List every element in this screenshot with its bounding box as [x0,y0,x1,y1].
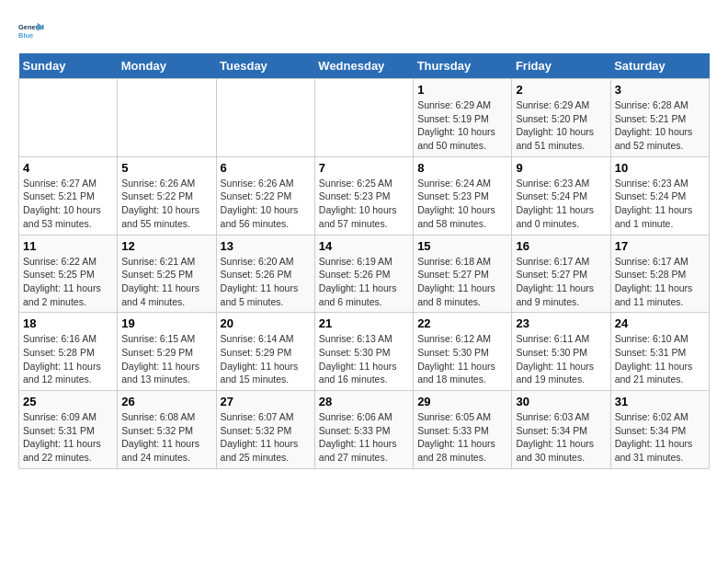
calendar-cell: 29Sunrise: 6:05 AM Sunset: 5:33 PM Dayli… [414,391,512,469]
weekday-friday: Friday [512,53,610,79]
calendar-body: 1Sunrise: 6:29 AM Sunset: 5:19 PM Daylig… [19,79,710,469]
calendar-cell: 25Sunrise: 6:09 AM Sunset: 5:31 PM Dayli… [19,391,118,469]
day-number: 29 [417,395,507,408]
day-info: Sunrise: 6:07 AM Sunset: 5:32 PM Dayligh… [221,410,311,465]
weekday-tuesday: Tuesday [216,53,314,79]
calendar-cell: 6Sunrise: 6:26 AM Sunset: 5:22 PM Daylig… [216,156,314,235]
calendar-cell: 8Sunrise: 6:24 AM Sunset: 5:23 PM Daylig… [414,156,512,235]
day-info: Sunrise: 6:08 AM Sunset: 5:32 PM Dayligh… [121,410,211,465]
weekday-monday: Monday [118,53,216,79]
day-info: Sunrise: 6:13 AM Sunset: 5:30 PM Dayligh… [319,332,409,386]
day-info: Sunrise: 6:06 AM Sunset: 5:33 PM Dayligh… [319,410,409,465]
day-number: 15 [417,239,507,253]
day-info: Sunrise: 6:24 AM Sunset: 5:23 PM Dayligh… [417,177,507,231]
weekday-header-row: SundayMondayTuesdayWednesdayThursdayFrid… [19,53,710,79]
weekday-wednesday: Wednesday [314,53,413,79]
day-number: 17 [615,239,705,253]
day-info: Sunrise: 6:05 AM Sunset: 5:33 PM Dayligh… [417,410,507,465]
calendar-cell: 1Sunrise: 6:29 AM Sunset: 5:19 PM Daylig… [414,79,512,157]
day-number: 19 [121,316,211,330]
day-number: 24 [615,316,705,330]
calendar-cell: 19Sunrise: 6:15 AM Sunset: 5:29 PM Dayli… [118,313,216,391]
calendar-cell: 16Sunrise: 6:17 AM Sunset: 5:27 PM Dayli… [512,235,610,313]
day-number: 18 [23,316,113,330]
day-info: Sunrise: 6:29 AM Sunset: 5:19 PM Dayligh… [417,98,507,153]
calendar-table: SundayMondayTuesdayWednesdayThursdayFrid… [18,53,710,469]
day-number: 12 [121,239,211,253]
calendar-cell: 7Sunrise: 6:25 AM Sunset: 5:23 PM Daylig… [314,156,413,235]
calendar-cell: 11Sunrise: 6:22 AM Sunset: 5:25 PM Dayli… [19,235,118,313]
day-number: 2 [516,83,606,97]
day-info: Sunrise: 6:28 AM Sunset: 5:21 PM Dayligh… [615,98,705,153]
weekday-saturday: Saturday [610,53,709,79]
day-info: Sunrise: 6:15 AM Sunset: 5:29 PM Dayligh… [121,332,211,386]
day-number: 8 [417,161,507,175]
calendar-week-2: 4Sunrise: 6:27 AM Sunset: 5:21 PM Daylig… [19,156,710,235]
day-info: Sunrise: 6:19 AM Sunset: 5:26 PM Dayligh… [319,255,409,309]
day-number: 1 [417,83,507,97]
calendar-cell: 21Sunrise: 6:13 AM Sunset: 5:30 PM Dayli… [314,313,413,391]
calendar-cell: 14Sunrise: 6:19 AM Sunset: 5:26 PM Dayli… [314,235,413,313]
day-number: 30 [516,395,606,408]
calendar-cell: 18Sunrise: 6:16 AM Sunset: 5:28 PM Dayli… [19,313,118,391]
calendar-cell: 20Sunrise: 6:14 AM Sunset: 5:29 PM Dayli… [216,313,314,391]
calendar-cell: 24Sunrise: 6:10 AM Sunset: 5:31 PM Dayli… [610,313,709,391]
logo-icon: GeneralBlue [18,18,44,44]
calendar-cell: 3Sunrise: 6:28 AM Sunset: 5:21 PM Daylig… [610,79,709,157]
calendar-cell: 12Sunrise: 6:21 AM Sunset: 5:25 PM Dayli… [118,235,216,313]
day-info: Sunrise: 6:12 AM Sunset: 5:30 PM Dayligh… [417,332,507,386]
calendar-week-5: 25Sunrise: 6:09 AM Sunset: 5:31 PM Dayli… [19,391,710,469]
calendar-cell: 27Sunrise: 6:07 AM Sunset: 5:32 PM Dayli… [216,391,314,469]
calendar-cell [314,79,413,157]
day-info: Sunrise: 6:21 AM Sunset: 5:25 PM Dayligh… [121,255,211,309]
day-number: 28 [319,395,409,408]
day-number: 31 [615,395,705,408]
weekday-thursday: Thursday [414,53,512,79]
day-number: 4 [23,161,113,175]
calendar-week-4: 18Sunrise: 6:16 AM Sunset: 5:28 PM Dayli… [19,313,710,391]
weekday-sunday: Sunday [19,53,118,79]
calendar-cell: 2Sunrise: 6:29 AM Sunset: 5:20 PM Daylig… [512,79,610,157]
calendar-cell: 28Sunrise: 6:06 AM Sunset: 5:33 PM Dayli… [314,391,413,469]
day-number: 26 [121,395,211,408]
calendar-cell: 13Sunrise: 6:20 AM Sunset: 5:26 PM Dayli… [216,235,314,313]
day-number: 27 [221,395,311,408]
day-number: 23 [516,316,606,330]
day-info: Sunrise: 6:26 AM Sunset: 5:22 PM Dayligh… [221,177,311,231]
day-info: Sunrise: 6:27 AM Sunset: 5:21 PM Dayligh… [23,177,113,231]
day-info: Sunrise: 6:03 AM Sunset: 5:34 PM Dayligh… [516,410,606,465]
day-number: 5 [121,161,211,175]
day-info: Sunrise: 6:22 AM Sunset: 5:25 PM Dayligh… [23,255,113,309]
svg-text:Blue: Blue [18,31,33,40]
day-info: Sunrise: 6:10 AM Sunset: 5:31 PM Dayligh… [615,332,705,386]
logo: GeneralBlue [18,18,44,44]
calendar-header: SundayMondayTuesdayWednesdayThursdayFrid… [19,53,710,79]
day-info: Sunrise: 6:17 AM Sunset: 5:28 PM Dayligh… [615,255,705,309]
calendar-cell: 22Sunrise: 6:12 AM Sunset: 5:30 PM Dayli… [414,313,512,391]
day-number: 9 [516,161,606,175]
calendar-week-1: 1Sunrise: 6:29 AM Sunset: 5:19 PM Daylig… [19,79,710,157]
calendar-cell: 5Sunrise: 6:26 AM Sunset: 5:22 PM Daylig… [118,156,216,235]
day-info: Sunrise: 6:09 AM Sunset: 5:31 PM Dayligh… [23,410,113,465]
day-info: Sunrise: 6:14 AM Sunset: 5:29 PM Dayligh… [221,332,311,386]
day-number: 7 [319,161,409,175]
day-info: Sunrise: 6:16 AM Sunset: 5:28 PM Dayligh… [23,332,113,386]
calendar-cell: 10Sunrise: 6:23 AM Sunset: 5:24 PM Dayli… [610,156,709,235]
calendar-cell: 31Sunrise: 6:02 AM Sunset: 5:34 PM Dayli… [610,391,709,469]
page-header: GeneralBlue [18,18,710,44]
day-info: Sunrise: 6:11 AM Sunset: 5:30 PM Dayligh… [516,332,606,386]
day-number: 13 [221,239,311,253]
day-number: 20 [221,316,311,330]
day-info: Sunrise: 6:23 AM Sunset: 5:24 PM Dayligh… [516,177,606,231]
day-number: 3 [615,83,705,97]
day-number: 10 [615,161,705,175]
calendar-cell: 17Sunrise: 6:17 AM Sunset: 5:28 PM Dayli… [610,235,709,313]
day-info: Sunrise: 6:20 AM Sunset: 5:26 PM Dayligh… [221,255,311,309]
day-info: Sunrise: 6:02 AM Sunset: 5:34 PM Dayligh… [615,410,705,465]
day-number: 14 [319,239,409,253]
day-number: 11 [23,239,113,253]
calendar-cell: 9Sunrise: 6:23 AM Sunset: 5:24 PM Daylig… [512,156,610,235]
day-info: Sunrise: 6:23 AM Sunset: 5:24 PM Dayligh… [615,177,705,231]
calendar-cell: 26Sunrise: 6:08 AM Sunset: 5:32 PM Dayli… [118,391,216,469]
calendar-cell: 23Sunrise: 6:11 AM Sunset: 5:30 PM Dayli… [512,313,610,391]
